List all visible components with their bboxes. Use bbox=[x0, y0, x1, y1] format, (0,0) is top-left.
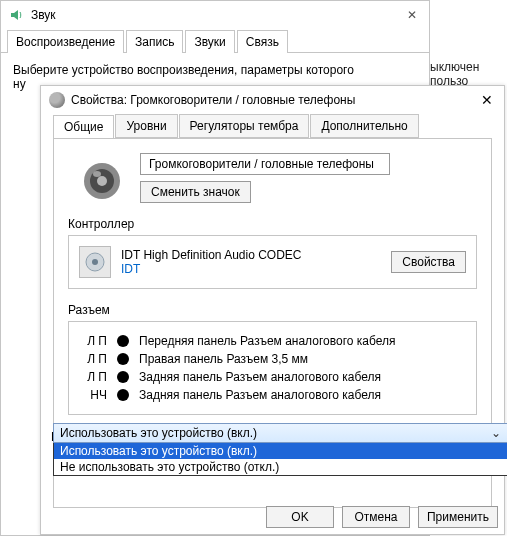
properties-title: Свойства: Громкоговорители / головные те… bbox=[71, 93, 478, 107]
tab-sounds[interactable]: Звуки bbox=[185, 30, 234, 53]
controller-link[interactable]: IDT bbox=[121, 262, 381, 276]
tab-enhance[interactable]: Регуляторы тембра bbox=[179, 114, 310, 138]
jack-row: НЧ Задняя панель Разъем аналогового кабе… bbox=[79, 386, 466, 404]
jack-dot-icon bbox=[117, 389, 129, 401]
svg-point-2 bbox=[97, 176, 107, 186]
jack-desc: Передняя панель Разъем аналогового кабел… bbox=[139, 334, 466, 348]
cancel-button[interactable]: Отмена bbox=[342, 506, 410, 528]
usage-option[interactable]: Не использовать это устройство (откл.) bbox=[54, 459, 507, 475]
usage-dropdown: Использовать это устройство (вкл.) Не ис… bbox=[53, 443, 507, 476]
jack-desc: Задняя панель Разъем аналогового кабеля bbox=[139, 370, 466, 384]
jack-desc: Правая панель Разъем 3,5 мм bbox=[139, 352, 466, 366]
sound-titlebar: Звук ✕ bbox=[1, 1, 429, 29]
controller-properties-button[interactable]: Свойства bbox=[391, 251, 466, 273]
close-icon[interactable]: ✕ bbox=[403, 8, 421, 22]
device-header: Громкоговорители / головные телефоны Сме… bbox=[68, 153, 477, 203]
controller-name: IDT High Definition Audio CODEC bbox=[121, 248, 381, 262]
usage-option[interactable]: Использовать это устройство (вкл.) bbox=[54, 443, 507, 459]
jack-box: Л П Передняя панель Разъем аналогового к… bbox=[68, 321, 477, 415]
jack-dot-icon bbox=[117, 371, 129, 383]
speaker-large-icon bbox=[80, 159, 124, 203]
sound-title: Звук bbox=[31, 8, 403, 22]
jack-desc: Задняя панель Разъем аналогового кабеля bbox=[139, 388, 466, 402]
jack-channel: Л П bbox=[79, 352, 107, 366]
close-icon[interactable]: ✕ bbox=[478, 92, 496, 108]
dialog-buttons: OK Отмена Применить bbox=[266, 506, 498, 528]
apply-button[interactable]: Применить bbox=[418, 506, 498, 528]
svg-point-3 bbox=[93, 171, 101, 177]
jack-label: Разъем bbox=[68, 303, 477, 317]
tab-levels[interactable]: Уровни bbox=[115, 114, 177, 138]
sound-tabs: Воспроизведение Запись Звуки Связь bbox=[1, 29, 429, 53]
jack-row: Л П Передняя панель Разъем аналогового к… bbox=[79, 332, 466, 350]
volume-icon bbox=[9, 7, 25, 23]
tab-comm[interactable]: Связь bbox=[237, 30, 288, 53]
controller-box: IDT High Definition Audio CODEC IDT Свой… bbox=[68, 235, 477, 289]
properties-window: Свойства: Громкоговорители / головные те… bbox=[40, 85, 505, 535]
tab-extra[interactable]: Дополнительно bbox=[310, 114, 418, 138]
device-name-field[interactable]: Громкоговорители / головные телефоны bbox=[140, 153, 390, 175]
speaker-icon bbox=[49, 92, 65, 108]
tab-playback[interactable]: Воспроизведение bbox=[7, 30, 124, 53]
usage-selected-text: Использовать это устройство (вкл.) bbox=[60, 426, 257, 440]
chip-icon bbox=[79, 246, 111, 278]
chevron-down-icon: ⌄ bbox=[491, 426, 501, 440]
svg-point-5 bbox=[92, 259, 98, 265]
ok-button[interactable]: OK bbox=[266, 506, 334, 528]
change-icon-button[interactable]: Сменить значок bbox=[140, 181, 251, 203]
usage-select[interactable]: Использовать это устройство (вкл.) ⌄ Исп… bbox=[53, 423, 507, 476]
jack-row: Л П Правая панель Разъем 3,5 мм bbox=[79, 350, 466, 368]
jack-channel: Л П bbox=[79, 370, 107, 384]
properties-titlebar: Свойства: Громкоговорители / головные те… bbox=[41, 86, 504, 114]
jack-channel: НЧ bbox=[79, 388, 107, 402]
properties-tabs: Общие Уровни Регуляторы тембра Дополните… bbox=[41, 114, 504, 138]
jack-dot-icon bbox=[117, 353, 129, 365]
jack-channel: Л П bbox=[79, 334, 107, 348]
jack-dot-icon bbox=[117, 335, 129, 347]
tab-general[interactable]: Общие bbox=[53, 115, 114, 139]
controller-label: Контроллер bbox=[68, 217, 477, 231]
tab-recording[interactable]: Запись bbox=[126, 30, 183, 53]
clipped-text: ыключен пользо bbox=[430, 60, 507, 88]
jack-row: Л П Задняя панель Разъем аналогового каб… bbox=[79, 368, 466, 386]
usage-select-input[interactable]: Использовать это устройство (вкл.) ⌄ bbox=[53, 423, 507, 443]
